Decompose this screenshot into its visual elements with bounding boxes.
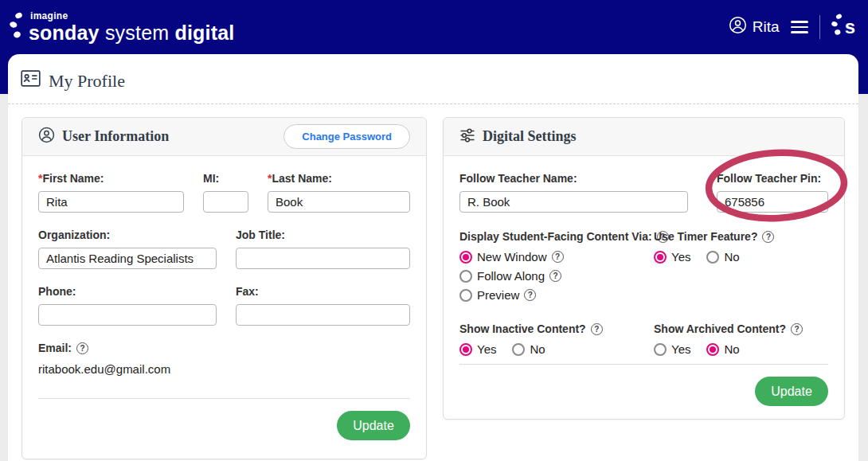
first-name-input[interactable]: [38, 191, 184, 213]
id-card-icon: [21, 70, 41, 92]
follow-teacher-pin-input[interactable]: [717, 191, 828, 213]
phone-label: Phone:: [38, 285, 217, 298]
organization-input[interactable]: [38, 248, 217, 269]
user-menu[interactable]: Rita: [729, 16, 780, 38]
mi-input[interactable]: [203, 191, 248, 213]
sonday-s-logo[interactable]: s: [831, 13, 855, 41]
first-name-label: *First Name:: [38, 172, 184, 185]
show-inactive-label: Show Inactive Content?: [459, 322, 586, 335]
use-timer-help-icon[interactable]: [762, 231, 774, 243]
radio-icon[interactable]: [706, 343, 719, 356]
radio-icon[interactable]: [459, 343, 472, 356]
follow-along-help-icon[interactable]: [549, 270, 561, 282]
user-name: Rita: [753, 18, 780, 36]
job-title-label: Job Title:: [236, 229, 410, 241]
radio-icon[interactable]: [654, 251, 667, 264]
email-help-icon[interactable]: [76, 342, 88, 354]
email-value: ritabook.edu@gmail.com: [38, 362, 410, 376]
digital-settings-update-button[interactable]: Update: [755, 377, 828, 406]
page-title: My Profile: [21, 70, 846, 92]
radio-follow-along[interactable]: Follow Along: [459, 269, 654, 283]
top-navigation-bar: imagine sonday system digital Rita: [0, 0, 868, 54]
radio-icon[interactable]: [512, 343, 525, 356]
radio-icon[interactable]: [459, 251, 472, 264]
digital-settings-panel: Digital Settings Follow Teacher Name: Fo…: [443, 117, 845, 420]
follow-teacher-name-label: Follow Teacher Name:: [459, 172, 688, 185]
user-information-panel: User Information Change Password *First …: [22, 117, 427, 459]
radio-archived-yes[interactable]: Yes: [654, 342, 690, 356]
follow-teacher-name-input[interactable]: [459, 191, 688, 213]
brand-logo[interactable]: imagine sonday system digital: [10, 11, 234, 43]
panel-title: User Information: [62, 128, 169, 145]
radio-inactive-no[interactable]: No: [512, 342, 545, 356]
fax-input[interactable]: [236, 304, 410, 326]
radio-new-window[interactable]: New Window: [459, 250, 654, 264]
panel-title: Digital Settings: [483, 128, 577, 145]
show-inactive-help-icon[interactable]: [591, 323, 603, 335]
content-sheet: My Profile User Information Change Passw…: [8, 54, 858, 461]
last-name-label: *Last Name:: [268, 172, 410, 185]
show-archived-label: Show Archived Content?: [654, 322, 786, 335]
last-name-input[interactable]: [268, 191, 410, 213]
change-password-button[interactable]: Change Password: [283, 124, 410, 149]
radio-icon[interactable]: [654, 343, 667, 356]
brand-imagine-label: imagine: [30, 11, 234, 21]
follow-teacher-pin-label: Follow Teacher Pin:: [717, 172, 828, 185]
radio-preview[interactable]: Preview: [459, 288, 654, 302]
user-avatar-icon: [729, 16, 747, 38]
spark-icon: [831, 13, 843, 41]
organization-label: Organization:: [38, 229, 217, 241]
radio-inactive-yes[interactable]: Yes: [459, 342, 496, 356]
radio-timer-no[interactable]: No: [706, 250, 739, 264]
phone-input[interactable]: [38, 304, 217, 326]
dashed-divider: [8, 104, 858, 104]
radio-icon[interactable]: [459, 289, 472, 302]
sliders-icon: [459, 127, 475, 147]
hamburger-menu-icon[interactable]: [791, 18, 808, 36]
brand-title: sonday system digital: [29, 23, 234, 43]
preview-help-icon[interactable]: [524, 289, 536, 301]
mi-label: MI:: [203, 172, 248, 185]
header-divider: [819, 15, 820, 39]
show-archived-help-icon[interactable]: [791, 323, 803, 335]
radio-archived-no[interactable]: No: [706, 342, 739, 356]
imagine-spark-icon: [10, 11, 23, 43]
display-via-label: Display Student-Facing Content Via:: [459, 230, 652, 243]
email-label: Email:: [38, 342, 72, 354]
fax-label: Fax:: [236, 285, 410, 298]
new-window-help-icon[interactable]: [552, 251, 564, 263]
radio-icon[interactable]: [706, 251, 719, 264]
radio-timer-yes[interactable]: Yes: [654, 250, 690, 264]
logo-letter: s: [845, 16, 855, 38]
radio-icon[interactable]: [459, 270, 472, 283]
job-title-input[interactable]: [236, 248, 410, 269]
person-icon: [38, 127, 55, 147]
user-info-update-button[interactable]: Update: [337, 411, 410, 440]
use-timer-label: Use Timer Feature?: [654, 230, 757, 243]
